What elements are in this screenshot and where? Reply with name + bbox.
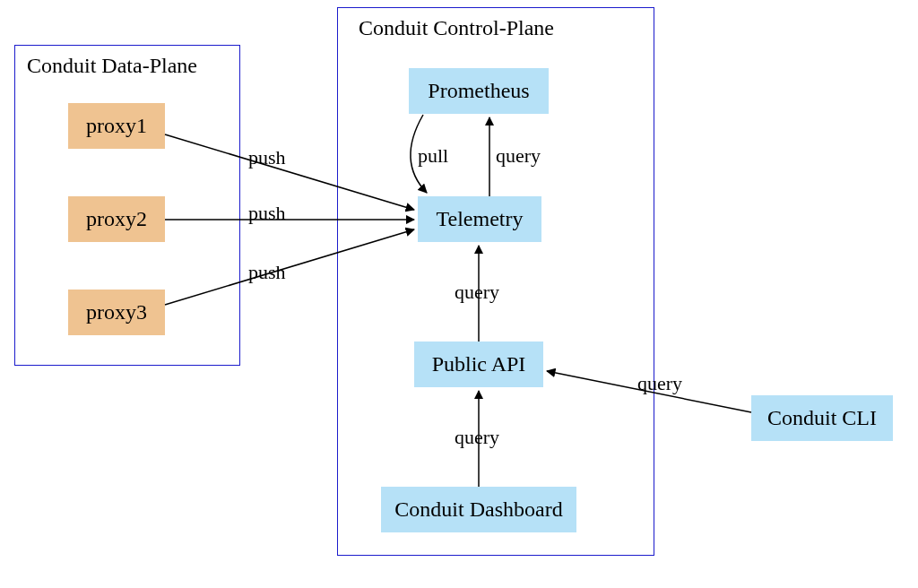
node-proxy1: proxy1 — [68, 103, 165, 149]
edge-label-push2: push — [248, 202, 286, 225]
edge-label-query-api-telemetry: query — [455, 281, 499, 304]
node-proxy3-label: proxy3 — [86, 300, 147, 324]
node-public-api-label: Public API — [432, 352, 526, 376]
edge-label-push1: push — [248, 146, 286, 169]
node-proxy1-label: proxy1 — [86, 114, 147, 138]
diagram-canvas: Conduit Data-Plane Conduit Control-Plane… — [0, 0, 918, 588]
node-proxy3: proxy3 — [68, 290, 165, 335]
node-telemetry: Telemetry — [418, 196, 541, 242]
node-proxy2-label: proxy2 — [86, 207, 147, 231]
cluster-data-plane-label: Conduit Data-Plane — [27, 54, 197, 78]
edge-label-query-cli-api: query — [637, 372, 682, 395]
node-conduit-cli: Conduit CLI — [751, 395, 893, 441]
edge-label-push3: push — [248, 261, 286, 284]
node-public-api: Public API — [414, 342, 543, 387]
node-conduit-dashboard: Conduit Dashboard — [381, 487, 576, 532]
node-prometheus-label: Prometheus — [428, 79, 529, 103]
node-proxy2: proxy2 — [68, 196, 165, 242]
edge-label-pull: pull — [418, 144, 448, 168]
cluster-control-plane-label: Conduit Control-Plane — [359, 16, 554, 40]
node-telemetry-label: Telemetry — [437, 207, 524, 231]
node-prometheus: Prometheus — [409, 68, 549, 114]
edge-label-query-dashboard-api: query — [455, 426, 499, 449]
edge-label-query-telemetry-prometheus: query — [496, 144, 541, 168]
node-cli-label: Conduit CLI — [767, 406, 877, 430]
node-dashboard-label: Conduit Dashboard — [394, 497, 562, 522]
